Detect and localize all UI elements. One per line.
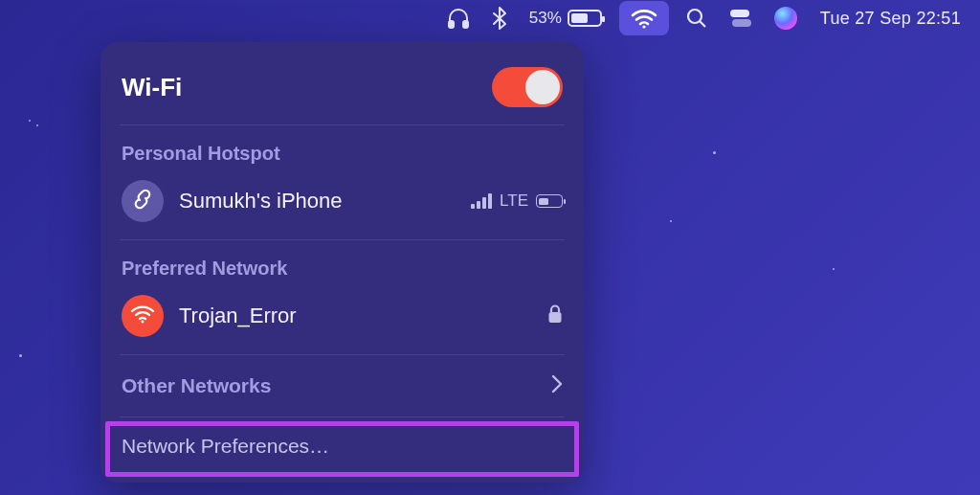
lock-icon bbox=[547, 304, 563, 327]
desktop-star bbox=[670, 220, 672, 222]
desktop-star bbox=[29, 120, 31, 122]
toggle-knob bbox=[525, 70, 560, 104]
siri-icon bbox=[774, 7, 797, 30]
network-preferences-label: Network Preferences… bbox=[122, 435, 329, 458]
siri-menu[interactable] bbox=[768, 0, 803, 36]
desktop-star bbox=[36, 124, 38, 126]
spotlight-menu[interactable] bbox=[680, 0, 713, 36]
battery-icon bbox=[568, 10, 602, 27]
wifi-icon bbox=[631, 8, 657, 29]
hotspot-circle bbox=[122, 180, 164, 222]
battery-percent-text: 53% bbox=[529, 9, 562, 28]
search-icon bbox=[686, 8, 707, 29]
svg-rect-1 bbox=[463, 21, 468, 28]
divider bbox=[120, 239, 565, 240]
divider bbox=[120, 124, 565, 125]
other-networks-row[interactable]: Other Networks bbox=[112, 359, 572, 413]
divider bbox=[120, 416, 565, 417]
wifi-icon bbox=[130, 304, 155, 328]
connected-wifi-circle bbox=[122, 295, 164, 337]
control-center-menu[interactable] bbox=[724, 0, 757, 36]
control-center-icon bbox=[730, 10, 751, 27]
preferred-network-row[interactable]: Trojan_Error bbox=[112, 289, 572, 350]
svg-line-4 bbox=[700, 22, 705, 28]
other-networks-label: Other Networks bbox=[122, 374, 271, 397]
signal-bars-icon bbox=[471, 193, 492, 209]
lock-indicator bbox=[547, 304, 563, 327]
hotspot-heading: Personal Hotspot bbox=[112, 129, 572, 174]
desktop-star bbox=[19, 354, 22, 357]
hotspot-battery-icon bbox=[536, 194, 563, 208]
preferred-heading: Preferred Network bbox=[112, 244, 572, 289]
hotspot-device-name: Sumukh's iPhone bbox=[179, 189, 456, 214]
divider bbox=[120, 354, 565, 355]
link-icon bbox=[131, 188, 154, 214]
svg-rect-6 bbox=[549, 312, 562, 323]
chevron-right-icon bbox=[551, 374, 563, 397]
wifi-menu[interactable] bbox=[619, 1, 669, 35]
network-type-label: LTE bbox=[500, 191, 528, 211]
wifi-header-row: Wi-Fi bbox=[112, 59, 572, 121]
menubar: 53% Tue 27 Sep 22 bbox=[0, 0, 980, 36]
desktop-star bbox=[833, 268, 835, 270]
svg-point-3 bbox=[688, 10, 702, 23]
bluetooth-icon bbox=[493, 7, 506, 30]
hotspot-status: LTE bbox=[471, 191, 563, 211]
audio-output-menu[interactable] bbox=[441, 0, 476, 36]
preferred-ssid: Trojan_Error bbox=[179, 304, 532, 328]
svg-rect-0 bbox=[449, 21, 454, 28]
svg-point-2 bbox=[642, 25, 645, 28]
clock-text: Tue 27 Sep 22:51 bbox=[820, 9, 961, 29]
headphones-icon bbox=[447, 8, 470, 29]
clock-menu[interactable]: Tue 27 Sep 22:51 bbox=[814, 0, 967, 36]
wifi-toggle[interactable] bbox=[492, 67, 563, 107]
desktop-star bbox=[713, 151, 716, 154]
wifi-dropdown: Wi-Fi Personal Hotspot Sumukh's iPhone L… bbox=[100, 42, 584, 483]
svg-point-5 bbox=[142, 321, 145, 324]
battery-menu[interactable]: 53% bbox=[523, 0, 608, 36]
hotspot-row[interactable]: Sumukh's iPhone LTE bbox=[112, 174, 572, 236]
network-preferences-row[interactable]: Network Preferences… bbox=[112, 421, 572, 471]
bluetooth-menu[interactable] bbox=[487, 0, 512, 36]
wifi-title: Wi-Fi bbox=[122, 73, 182, 102]
